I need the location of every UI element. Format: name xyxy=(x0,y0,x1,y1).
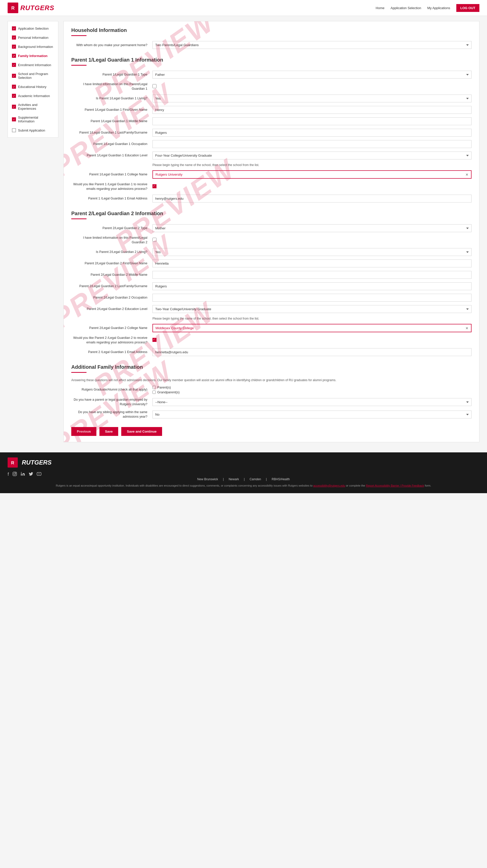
sidebar-item-supplemental-information[interactable]: Supplemental Information xyxy=(8,113,58,126)
parent2-middlename-input[interactable] xyxy=(152,271,471,279)
sidebar-item-activities-experiences[interactable]: Activities and Experiences xyxy=(8,100,58,113)
parent2-college-row: Parent 2/Legal Guardian 2 College Name ✕ xyxy=(71,324,471,332)
site-header: R RUTGERS Home Application Selection My … xyxy=(0,0,487,16)
parent2-middlename-row: Parent 2/Legal Guardian 2 Middle Name xyxy=(71,271,471,279)
sidebar-item-family-information[interactable]: Family Information xyxy=(8,51,58,60)
sidebar-item-application-selection[interactable]: Application Selection xyxy=(8,24,58,33)
parent-employed-select[interactable]: --None-- Yes No xyxy=(152,398,471,406)
save-button[interactable]: Save xyxy=(99,427,118,436)
youtube-icon[interactable] xyxy=(37,472,41,477)
parent1-type-select[interactable]: Father xyxy=(152,71,471,79)
parent2-firstname-input[interactable] xyxy=(152,259,471,267)
facebook-icon[interactable]: f xyxy=(8,472,9,477)
parent1-email-notify-label: Would you like Parent 1 /Legal Guardian … xyxy=(71,182,150,191)
twitter-icon[interactable] xyxy=(29,472,33,477)
parent2-limited-checkbox[interactable] xyxy=(152,238,156,242)
sibling-label: Do you have any sibling applying within … xyxy=(71,410,150,419)
alumni-parent-checkbox[interactable] xyxy=(152,386,156,389)
parent2-type-select[interactable]: Mother xyxy=(152,224,471,232)
rutgers-wordmark: RUTGERS xyxy=(20,4,54,12)
parent1-college-prompt-text: Please begin typing the name of the scho… xyxy=(152,163,471,167)
sidebar-checkbox-educational-history xyxy=(12,85,16,89)
parent2-firstname-field xyxy=(152,259,471,267)
parent2-college-input-wrap: ✕ xyxy=(152,324,471,332)
parent1-college-clear-button[interactable]: ✕ xyxy=(463,171,471,178)
parent1-email-label: Parent 1 /Legal Guardian 1 Email Address xyxy=(71,196,150,201)
additional-divider xyxy=(71,372,86,373)
parent2-college-clear-button[interactable]: ✕ xyxy=(463,325,471,332)
parent2-occupation-input[interactable] xyxy=(152,294,471,302)
footer-link-rbhs[interactable]: RBHS/Health xyxy=(271,477,290,481)
parent1-section: Parent 1/Legal Guardian 1 Information Pa… xyxy=(71,57,471,203)
parent1-occupation-label: Parent 1/Legal Guardian 1 Occupation xyxy=(71,142,150,147)
parent1-middlename-row: Parent 1/Legal Guardian 1 Middle Name xyxy=(71,117,471,125)
parent1-email-notify-checkbox[interactable] xyxy=(152,184,156,188)
parent2-education-select[interactable]: Two-Year College/University Graduate xyxy=(152,305,471,313)
sidebar-item-background-information[interactable]: Background Information xyxy=(8,42,58,51)
parent1-limited-checkbox[interactable] xyxy=(152,84,156,88)
parent2-firstname-label: Parent 2/Legal Guardian 2 First/Given Na… xyxy=(71,261,150,266)
parent1-education-select[interactable]: Four-Year College/University Graduate xyxy=(152,152,471,159)
sidebar-item-submit-application[interactable]: Submit Application xyxy=(8,126,58,135)
sidebar-label-application-selection: Application Selection xyxy=(18,27,49,30)
svg-point-7 xyxy=(21,472,22,473)
parent1-college-input-wrap: ✕ xyxy=(152,170,471,179)
sibling-row: Do you have any sibling applying within … xyxy=(71,410,471,419)
instagram-icon[interactable] xyxy=(12,472,17,477)
parent1-occupation-input[interactable] xyxy=(152,140,471,148)
sidebar-label-enrollment-information: Enrollment Information xyxy=(18,63,51,67)
sidebar-item-academic-information[interactable]: Academic Information xyxy=(8,91,58,100)
footer-email-link[interactable]: accessibility@rutgers.edu xyxy=(313,484,345,487)
parent2-type-label: Parent 2/Legal Guardian 2 Type xyxy=(71,226,150,230)
permanent-home-select[interactable]: Two Parents/Legal Guardians xyxy=(152,41,471,49)
parent2-occupation-row: Parent 2/Legal Guardian 2 Occupation xyxy=(71,294,471,302)
footer-legal-text: Rutgers is an equal access/equal opportu… xyxy=(8,484,479,488)
parent2-college-prompt-row: Please begin typing the name of the scho… xyxy=(71,316,471,320)
parent1-lastname-input[interactable] xyxy=(152,129,471,136)
logout-button[interactable]: LOG OUT xyxy=(456,4,479,12)
parent1-college-prompt-row: Please begin typing the name of the scho… xyxy=(71,163,471,167)
parent1-college-prompt-label: Please begin typing the name of the scho… xyxy=(152,163,259,167)
alumni-label: Rutgers Graduate/Alumni (check all that … xyxy=(71,388,150,392)
footer-link-new-brunswick[interactable]: New Brunswick xyxy=(197,477,218,481)
sidebar-item-enrollment-information[interactable]: Enrollment Information xyxy=(8,60,58,69)
parent1-college-input[interactable] xyxy=(153,171,463,178)
parent1-limited-label: I have limited information on this Paren… xyxy=(71,82,150,91)
alumni-grandparent-checkbox[interactable] xyxy=(152,391,156,394)
parent2-education-field: Two-Year College/University Graduate xyxy=(152,305,471,313)
sidebar-item-educational-history[interactable]: Educational History xyxy=(8,82,58,91)
parent1-email-field xyxy=(152,195,471,203)
parent1-lastname-label: Parent 1/Legal Guardian 1 Last/Family/Su… xyxy=(71,130,150,135)
parent2-lastname-row: Parent 2/Legal Guardian 2 Last/Family/Su… xyxy=(71,282,471,290)
footer-link-camden[interactable]: Camden xyxy=(250,477,261,481)
nav-home[interactable]: Home xyxy=(376,6,384,10)
sidebar-checkbox-school-program-selection xyxy=(12,74,16,78)
svg-text:R: R xyxy=(11,6,15,11)
parent2-limited-label: I have limited information on this Paren… xyxy=(71,236,150,245)
footer-accessibility-link[interactable]: Report Accessibility Barrier / Provide F… xyxy=(366,484,424,487)
parent2-email-input[interactable] xyxy=(152,348,471,356)
parent1-middlename-input[interactable] xyxy=(152,117,471,125)
linkedin-icon[interactable] xyxy=(21,472,25,477)
nav-application-selection[interactable]: Application Selection xyxy=(391,6,421,10)
save-continue-button[interactable]: Save and Continue xyxy=(121,427,162,436)
parent2-lastname-input[interactable] xyxy=(152,282,471,290)
footer-link-newark[interactable]: Newark xyxy=(229,477,239,481)
sidebar-item-personal-information[interactable]: Personal Information xyxy=(8,33,58,42)
parent2-email-notify-checkbox[interactable] xyxy=(152,338,156,342)
parent1-email-input[interactable] xyxy=(152,195,471,203)
sibling-select[interactable]: No Yes xyxy=(152,410,471,418)
parent1-middlename-label: Parent 1/Legal Guardian 1 Middle Name xyxy=(71,119,150,124)
parent-employed-label: Do you have a parent or legal guardian e… xyxy=(71,398,150,406)
previous-button[interactable]: Previous xyxy=(71,427,96,436)
parent1-firstname-row: Parent 1/Legal Guardian 1 First/Given Na… xyxy=(71,106,471,114)
nav-my-applications[interactable]: My Applications xyxy=(427,6,450,10)
parent2-living-select[interactable]: Yes xyxy=(152,248,471,256)
parent1-living-select[interactable]: Yes xyxy=(152,95,471,102)
parent1-firstname-input[interactable] xyxy=(152,106,471,114)
sidebar-item-school-program-selection[interactable]: School and Program Selection xyxy=(8,69,58,82)
parent2-college-input[interactable] xyxy=(153,324,463,332)
alumni-parent-item: Parent(s) xyxy=(152,385,471,389)
sidebar-checkbox-submit-application xyxy=(12,128,16,132)
parent1-type-label: Parent 1/Legal Guardian 1 Type xyxy=(71,72,150,77)
